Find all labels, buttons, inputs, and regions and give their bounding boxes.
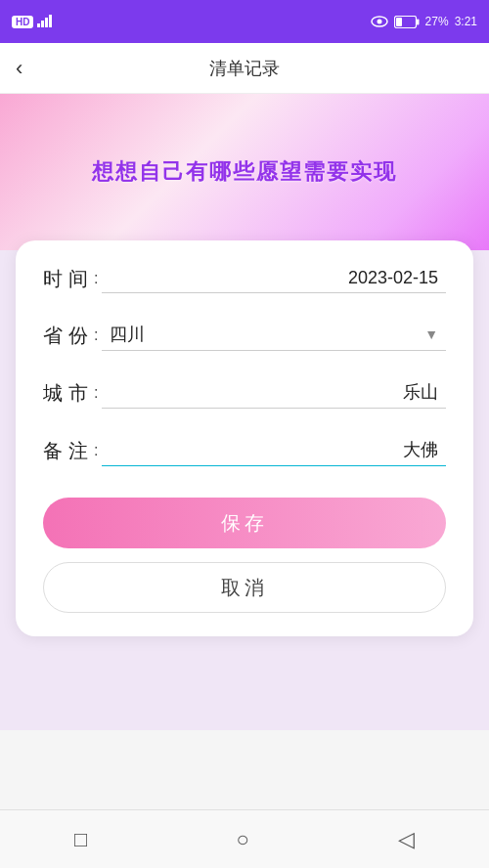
- time-char1: 时: [43, 266, 63, 291]
- province-char1: 省: [43, 323, 63, 348]
- banner-text: 想想自己有哪些愿望需要实现: [92, 157, 397, 187]
- note-value: 大佛: [403, 438, 438, 461]
- province-select[interactable]: 四川 ▼: [102, 319, 446, 351]
- time-colon: :: [94, 266, 98, 291]
- status-right: 27% 3:21: [371, 15, 477, 28]
- time-input[interactable]: 2023-02-15: [102, 264, 446, 293]
- bottom-nav: □ ○ ◁: [0, 809, 489, 868]
- battery-percent: 27%: [425, 15, 449, 28]
- chevron-down-icon: ▼: [424, 326, 438, 342]
- bottom-spacer: [0, 652, 489, 730]
- battery-icon: [394, 16, 420, 28]
- province-value: 四川: [110, 323, 145, 346]
- time-display: 3:21: [455, 15, 477, 28]
- city-value: 乐山: [403, 380, 438, 404]
- eye-icon: [371, 16, 388, 27]
- signal-strength: [37, 14, 57, 30]
- note-row: 备 注 : 大佛: [43, 434, 446, 474]
- province-row: 省 份 : 四川 ▼: [43, 319, 446, 359]
- note-colon: :: [94, 438, 98, 463]
- province-char2: 份: [68, 323, 88, 348]
- time-char2: 间: [68, 266, 88, 291]
- svg-rect-0: [37, 23, 40, 27]
- nav-circle-icon[interactable]: ○: [236, 827, 248, 852]
- note-input[interactable]: 大佛: [102, 434, 446, 466]
- city-input[interactable]: 乐山: [102, 376, 446, 409]
- main-content: 时 间 : 2023-02-15 省 份 : 四川 ▼ 城 市: [0, 240, 489, 652]
- page-title: 清单记录: [209, 57, 280, 80]
- city-colon: :: [94, 380, 98, 406]
- nav-back-icon[interactable]: ◁: [398, 827, 415, 852]
- province-label: 省 份 :: [43, 323, 102, 348]
- back-button[interactable]: ‹: [16, 58, 22, 79]
- svg-rect-3: [49, 15, 52, 27]
- city-label: 城 市 :: [43, 380, 102, 406]
- time-label: 时 间 :: [43, 266, 102, 291]
- note-char1: 备: [43, 438, 63, 463]
- cancel-button[interactable]: 取消: [43, 562, 446, 613]
- svg-rect-1: [41, 21, 44, 27]
- svg-rect-2: [45, 18, 48, 27]
- svg-point-5: [377, 20, 381, 24]
- note-char2: 注: [68, 438, 88, 463]
- form-card: 时 间 : 2023-02-15 省 份 : 四川 ▼ 城 市: [16, 240, 473, 636]
- status-left: HD: [12, 14, 57, 30]
- city-char2: 市: [68, 380, 88, 406]
- city-char1: 城: [43, 380, 63, 406]
- nav-square-icon[interactable]: □: [74, 827, 87, 852]
- hd-badge: HD: [12, 16, 33, 28]
- time-value: 2023-02-15: [348, 268, 438, 288]
- time-row: 时 间 : 2023-02-15: [43, 264, 446, 301]
- banner: 想想自己有哪些愿望需要实现: [0, 94, 489, 250]
- city-row: 城 市 : 乐山: [43, 376, 446, 416]
- title-bar: ‹ 清单记录: [0, 43, 489, 94]
- svg-rect-8: [396, 18, 402, 26]
- save-button[interactable]: 保存: [43, 498, 446, 548]
- note-label: 备 注 :: [43, 438, 102, 463]
- svg-rect-7: [417, 19, 420, 24]
- status-bar: HD 27% 3:21: [0, 0, 489, 43]
- province-colon: :: [94, 323, 98, 348]
